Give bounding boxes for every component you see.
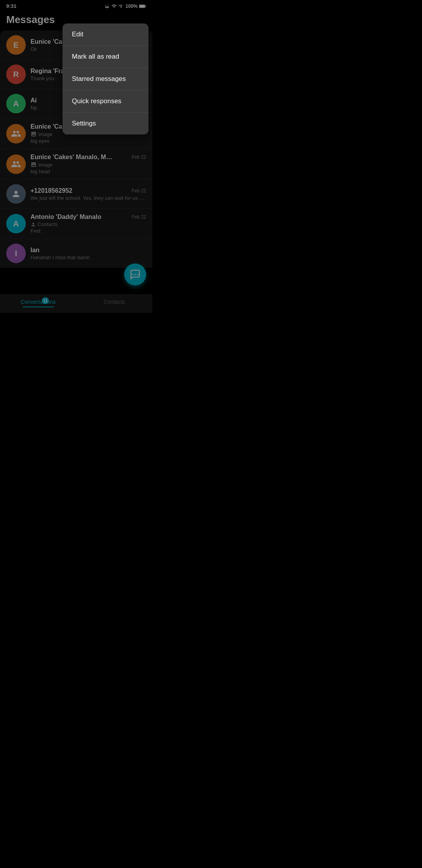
menu-item-quick-responses[interactable]: Quick responses	[63, 90, 148, 113]
menu-item-mark-all-read[interactable]: Mark all as read	[63, 46, 148, 68]
menu-item-edit[interactable]: Edit	[63, 23, 148, 46]
dropdown-menu: EditMark all as readStarred messagesQuic…	[63, 23, 148, 135]
menu-item-starred[interactable]: Starred messages	[63, 68, 148, 90]
menu-item-settings[interactable]: Settings	[63, 113, 148, 135]
